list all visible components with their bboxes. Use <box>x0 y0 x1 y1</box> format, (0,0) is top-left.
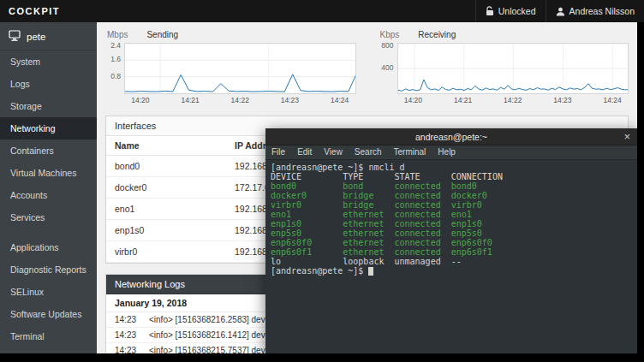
log-message: <info> [1516368216.2583] device <box>149 315 276 324</box>
terminal-line: enp6s0f1 ethernet connected enp6s0f1 <box>271 247 632 257</box>
log-time: 14:23 <box>115 315 139 324</box>
log-message: <info> [1516368215.7537] device <box>149 346 276 353</box>
chart-plot-area <box>397 43 629 94</box>
host-selector[interactable]: pete <box>0 22 97 50</box>
terminal-menu-search[interactable]: Search <box>349 145 388 159</box>
terminal-line: [andreasn@pete ~]$ nmcli d <box>271 163 632 172</box>
chart-sending: MbpsSending0.81.62.414:2014:2114:2214:23… <box>105 29 356 105</box>
log-time: 14:23 <box>115 330 139 340</box>
interface-name[interactable]: bond0 <box>106 156 226 177</box>
log-message: <info> [1516368216.1412] device <box>149 330 276 340</box>
terminal-line: enp5s0 ethernet connected enp5s0 <box>271 228 632 238</box>
sidebar-item-networking[interactable]: Networking <box>0 117 97 139</box>
column-header-name: Name <box>106 136 226 156</box>
network-traffic-charts: MbpsSending0.81.62.414:2014:2114:2214:23… <box>97 22 637 105</box>
terminal-line: enp1s0 ethernet connected enp1s0 <box>271 219 632 228</box>
terminal-line: enp6s0f0 ethernet connected enp6s0f0 <box>271 238 632 247</box>
server-icon <box>9 30 21 43</box>
sidebar-item-services[interactable]: Services <box>0 206 97 228</box>
sidebar: pete SystemLogsStorageNetworkingContaine… <box>0 22 97 353</box>
chart-x-axis-labels: 14:2014:2114:2214:2314:24 <box>397 94 629 105</box>
terminal-menubar: FileEditViewSearchTerminalHelp <box>265 145 637 160</box>
unlock-icon <box>486 6 494 16</box>
terminal-titlebar[interactable]: andreasn@pete:~ × <box>265 128 637 145</box>
sidebar-item-selinux[interactable]: SELinux <box>0 281 97 303</box>
chart-plot-area <box>124 43 356 94</box>
sidebar-item-logs[interactable]: Logs <box>0 73 97 95</box>
sidebar-item-applications[interactable]: Applications <box>0 236 97 258</box>
interface-name[interactable]: virbr0 <box>106 241 226 263</box>
terminal-menu-edit[interactable]: Edit <box>291 145 318 159</box>
topbar-actions: Unlocked Andreas Nilsson <box>475 0 644 22</box>
terminal-line: DEVICE TYPE STATE CONNECTION <box>271 172 632 181</box>
topbar: COCKPIT Unlocked Andreas Nilsson <box>0 0 644 22</box>
interface-name[interactable]: docker0 <box>106 177 226 199</box>
terminal-line: bond0 bond connected bond0 <box>271 181 632 191</box>
unlocked-button[interactable]: Unlocked <box>475 0 546 22</box>
terminal-line: [andreasn@pete ~]$ <box>271 266 632 276</box>
host-name: pete <box>27 32 45 42</box>
letterbox-bottom <box>0 353 644 362</box>
chart-y-axis-labels: 0.81.62.4 <box>105 43 124 94</box>
chart-title: Sending <box>146 30 178 39</box>
terminal-menu-view[interactable]: View <box>318 145 349 159</box>
chart-x-axis-labels: 14:2014:2114:2214:2314:24 <box>124 94 356 105</box>
terminal-menu-file[interactable]: File <box>265 145 291 159</box>
chart-unit-label: Mbps <box>107 30 128 39</box>
chart-unit-label: Kbps <box>380 30 400 39</box>
cockpit-logo[interactable]: COCKPIT <box>9 6 60 16</box>
letterbox-right <box>637 22 644 362</box>
user-icon <box>556 7 565 16</box>
log-time: 14:23 <box>115 346 139 353</box>
interface-name[interactable]: enp1s0 <box>106 220 226 241</box>
terminal-title: andreasn@pete:~ <box>415 132 487 142</box>
user-name-label: Andreas Nilsson <box>569 6 635 16</box>
sidebar-item-containers[interactable]: Containers <box>0 139 97 162</box>
terminal-line: eno1 ethernet connected eno1 <box>271 210 632 219</box>
sidebar-item-software-updates[interactable]: Software Updates <box>0 303 97 325</box>
terminal-line: virbr0 bridge connected virbr0 <box>271 200 632 210</box>
unlocked-label: Unlocked <box>498 6 536 16</box>
chart-y-axis-labels: 400800 <box>379 43 397 94</box>
terminal-line: lo loopback unmanaged -- <box>271 257 632 266</box>
sidebar-item-storage[interactable]: Storage <box>0 95 97 117</box>
sidebar-item-terminal[interactable]: Terminal <box>0 325 97 347</box>
user-menu-button[interactable]: Andreas Nilsson <box>546 0 644 22</box>
terminal-menu-help[interactable]: Help <box>432 145 462 159</box>
chart-title: Receiving <box>418 30 456 39</box>
terminal-cursor <box>368 267 373 276</box>
interface-name[interactable]: eno1 <box>106 199 226 220</box>
terminal-line: docker0 bridge connected docker0 <box>271 191 632 200</box>
sidebar-nav: SystemLogsStorageNetworkingContainersVir… <box>0 50 97 347</box>
sidebar-item-system[interactable]: System <box>0 50 97 73</box>
sidebar-item-virtual-machines[interactable]: Virtual Machines <box>0 162 97 184</box>
terminal-window: andreasn@pete:~ × FileEditViewSearchTerm… <box>265 128 637 362</box>
sidebar-item-diagnostic-reports[interactable]: Diagnostic Reports <box>0 258 97 281</box>
terminal-output[interactable]: [andreasn@pete ~]$ nmcli dDEVICE TYPE ST… <box>265 160 637 361</box>
chart-receiving: KbpsReceiving40080014:2014:2114:2214:231… <box>379 29 629 105</box>
sidebar-item-accounts[interactable]: Accounts <box>0 184 97 206</box>
close-icon[interactable]: × <box>623 129 630 145</box>
terminal-menu-terminal[interactable]: Terminal <box>388 145 432 159</box>
